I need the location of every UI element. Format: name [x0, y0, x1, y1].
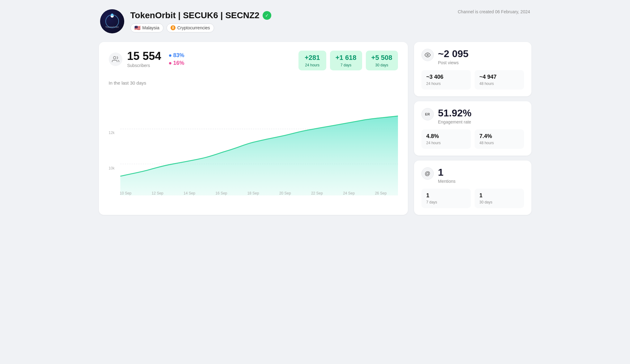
period-badge-30d: +5 508 30 days [366, 51, 398, 70]
x-label-6: 22 Sep [311, 191, 323, 195]
post-views-24h-label: 24 hours [426, 82, 466, 86]
post-views-sub-grid: ~3 406 24 hours ~4 947 48 hours [421, 70, 524, 90]
channel-header: TokenOrbit TokenOrbit | SECUK6 | SECNZ2 … [99, 9, 531, 33]
engagement-48h-label: 48 hours [480, 141, 519, 145]
period-label-30d: 30 days [371, 63, 392, 67]
channel-title: TokenOrbit | SECUK6 | SECNZ2 ✓ [130, 10, 271, 20]
engagement-data: 51.92% Engagement rate [438, 108, 472, 124]
tag-crypto-label: Cryptocurrencies [177, 25, 210, 30]
at-icon: @ [421, 167, 434, 180]
engagement-sub-grid: 4.8% 24 hours 7.4% 48 hours [421, 129, 524, 149]
post-views-data: ~2 095 Post views [438, 49, 469, 65]
x-axis: 10 Sep 12 Sep 14 Sep 16 Sep 18 Sep 20 Se… [109, 191, 398, 195]
male-pct: ● 83% [169, 52, 184, 59]
avatar-orbit-ring [105, 15, 119, 28]
mentions-30d: 1 30 days [475, 189, 524, 208]
period-stats: +281 24 hours +1 618 7 days +5 508 30 da… [298, 51, 398, 70]
subscribers-data: 15 554 Subscribers [127, 51, 161, 68]
tag-country[interactable]: 🇲🇾 Malaysia [130, 23, 163, 32]
subscribers-label: Subscribers [127, 63, 161, 68]
engagement-48h-value: 7.4% [480, 133, 519, 140]
period-label-24h: 24 hours [304, 63, 321, 67]
main-layout: 15 554 Subscribers ● 83% ● 16% [99, 42, 531, 215]
mentions-sub-grid: 1 7 days 1 30 days [421, 189, 524, 208]
x-label-5: 20 Sep [279, 191, 291, 195]
mentions-data: 1 Mentions [438, 167, 456, 184]
period-value-30d: +5 508 [371, 54, 392, 62]
page-wrapper: TokenOrbit TokenOrbit | SECUK6 | SECNZ2 … [99, 9, 531, 215]
subscribers-count: 15 554 [127, 51, 161, 62]
mentions-7d-value: 1 [426, 192, 466, 199]
post-views-48h-value: ~4 947 [480, 74, 519, 80]
x-label-0: 10 Sep [120, 191, 132, 195]
tag-crypto[interactable]: ₿ Cryptocurrencies [167, 23, 214, 32]
channel-created: Channel is created 06 February, 2024 [458, 9, 530, 14]
post-views-24h: ~3 406 24 hours [421, 70, 471, 90]
engagement-24h-label: 24 hours [426, 141, 466, 145]
engagement-48h: 7.4% 48 hours [475, 129, 524, 149]
svg-point-3 [427, 54, 428, 56]
chart-label: In the last 30 days [109, 80, 398, 86]
post-views-card: ~2 095 Post views ~3 406 24 hours ~4 947… [414, 42, 531, 96]
svg-point-0 [113, 56, 116, 59]
mentions-7d: 1 7 days [421, 189, 471, 208]
subscribers-section: 15 554 Subscribers ● 83% ● 16% [109, 51, 184, 68]
period-badge-7d: +1 618 7 days [330, 51, 362, 70]
engagement-main: ER 51.92% Engagement rate [421, 108, 524, 124]
verified-badge: ✓ [263, 11, 271, 20]
engagement-card: ER 51.92% Engagement rate 4.8% 24 hours … [414, 101, 531, 156]
engagement-24h-value: 4.8% [426, 133, 466, 140]
mentions-7d-label: 7 days [426, 200, 466, 204]
mentions-card: @ 1 Mentions 1 7 days 1 30 days [414, 161, 531, 215]
bitcoin-icon: ₿ [171, 25, 175, 30]
mentions-30d-value: 1 [480, 192, 519, 199]
channel-info: TokenOrbit | SECUK6 | SECNZ2 ✓ 🇲🇾 Malays… [130, 10, 271, 32]
engagement-label: Engagement rate [438, 119, 472, 124]
x-label-1: 12 Sep [152, 191, 163, 195]
post-views-label: Post views [438, 60, 469, 65]
x-label-4: 18 Sep [247, 191, 259, 195]
period-value-7d: +1 618 [336, 54, 357, 62]
chart-container: 12k 10k [109, 90, 398, 195]
right-sidebar: ~2 095 Post views ~3 406 24 hours ~4 947… [414, 42, 531, 215]
subscribers-icon [109, 52, 122, 66]
channel-name: TokenOrbit | SECUK6 | SECNZ2 [130, 10, 260, 20]
channel-avatar: TokenOrbit [100, 9, 124, 33]
y-axis-10k: 10k [109, 166, 115, 170]
x-label-3: 16 Sep [215, 191, 227, 195]
channel-tags: 🇲🇾 Malaysia ₿ Cryptocurrencies [130, 23, 271, 32]
period-value-24h: +281 [304, 54, 321, 62]
post-views-48h: ~4 947 48 hours [475, 70, 524, 90]
stats-top: 15 554 Subscribers ● 83% ● 16% [109, 51, 398, 70]
engagement-value: 51.92% [438, 108, 472, 118]
x-label-2: 14 Sep [184, 191, 195, 195]
x-label-7: 24 Sep [343, 191, 355, 195]
period-badge-24h: +281 24 hours [298, 51, 326, 70]
gender-split: ● 83% ● 16% [169, 52, 184, 66]
tag-country-label: Malaysia [142, 25, 159, 30]
mentions-label: Mentions [438, 179, 456, 184]
eye-icon [421, 49, 434, 61]
chart-svg [109, 90, 398, 195]
mentions-30d-label: 30 days [480, 200, 519, 204]
x-label-8: 26 Sep [375, 191, 387, 195]
stats-card: 15 554 Subscribers ● 83% ● 16% [99, 42, 408, 215]
period-label-7d: 7 days [336, 63, 357, 67]
y-axis-12k: 12k [109, 131, 115, 135]
er-icon: ER [421, 108, 434, 120]
flag-icon: 🇲🇾 [134, 25, 141, 31]
post-views-value: ~2 095 [438, 49, 469, 59]
mentions-main: @ 1 Mentions [421, 167, 524, 184]
female-pct: ● 16% [169, 60, 184, 66]
channel-header-left: TokenOrbit TokenOrbit | SECUK6 | SECNZ2 … [100, 9, 271, 33]
post-views-main: ~2 095 Post views [421, 49, 524, 65]
engagement-24h: 4.8% 24 hours [421, 129, 471, 149]
mentions-value: 1 [438, 167, 456, 177]
post-views-24h-value: ~3 406 [426, 74, 466, 80]
post-views-48h-label: 48 hours [480, 82, 519, 86]
